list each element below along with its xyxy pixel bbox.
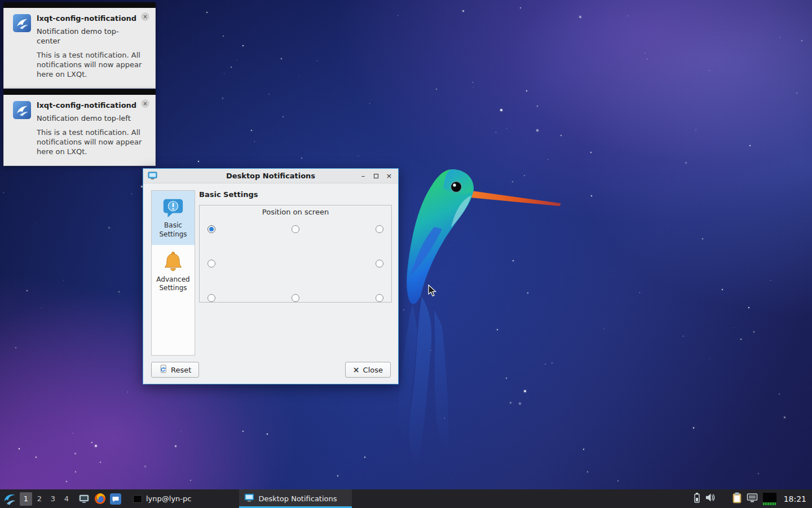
sidebar-item-label: Advanced Settings [153, 275, 193, 294]
settings-sidebar: Basic Settings Advanced Settings [151, 190, 195, 356]
notification-stack: lxqt-config-notificationd Notification d… [3, 3, 156, 167]
notification-top-left: lxqt-config-notificationd Notification d… [3, 89, 156, 166]
volume-tray-icon[interactable] [705, 493, 716, 505]
lxqt-menu-button[interactable] [2, 491, 17, 507]
close-icon[interactable]: × [385, 172, 394, 181]
notification-summary: Notification demo top-left [37, 114, 131, 124]
notification-top-bar [3, 2, 156, 8]
reset-button-label: Reset [171, 366, 191, 374]
sidebar-item-advanced-settings[interactable]: Advanced Settings [152, 245, 195, 299]
notification-text-block: lxqt-config-notificationd Notification d… [37, 14, 148, 80]
notification-summary: Notification demo top-center [37, 27, 131, 46]
system-monitor-graph[interactable] [763, 493, 776, 505]
desktop-background: lxqt-config-notificationd Notification d… [0, 0, 812, 508]
lxqt-logo-icon [3, 492, 16, 506]
radio-position-bottom-right[interactable] [376, 294, 383, 302]
lxqt-notification-app-icon [13, 14, 31, 32]
radio-position-bottom-center[interactable] [292, 294, 299, 302]
dialog-footer: Reset × Close [151, 362, 391, 378]
dialog-body: Basic Settings Advanced Settings Basic S… [143, 183, 398, 384]
notification-app-name: lxqt-config-notificationd [37, 14, 148, 23]
clipboard-tray-icon[interactable] [732, 492, 742, 506]
mouse-cursor [427, 284, 439, 297]
notification-body: This is a test notification. All notific… [37, 51, 148, 80]
radio-position-top-center[interactable] [292, 225, 299, 233]
terminal-window-icon [133, 495, 142, 503]
notification-text-block: lxqt-config-notificationd Notification d… [37, 101, 148, 157]
lxqt-notification-app-icon [13, 101, 31, 119]
close-button-icon: × [353, 366, 360, 374]
notification-top-bar [3, 89, 156, 95]
advanced-settings-bell-icon [161, 250, 185, 274]
radio-position-top-right[interactable] [376, 225, 383, 233]
task-button-terminal[interactable]: lynp@lyn-pc [128, 489, 196, 508]
radio-row-bottom [208, 294, 383, 302]
display-tray-icon[interactable] [747, 493, 758, 505]
sidebar-item-basic-settings[interactable]: Basic Settings [152, 191, 195, 245]
sidebar-item-label: Basic Settings [153, 221, 193, 239]
desktop-notifications-task-icon [244, 493, 254, 504]
hummingbird-wallpaper-art [388, 161, 568, 478]
firefox-launcher[interactable] [92, 491, 108, 507]
file-manager-launcher[interactable] [76, 491, 92, 507]
firefox-icon [94, 493, 106, 505]
restore-icon[interactable] [372, 172, 381, 181]
close-button[interactable]: × Close [345, 362, 391, 378]
reset-button[interactable]: Reset [151, 362, 199, 378]
workspace-button-2[interactable]: 2 [33, 492, 46, 506]
basic-settings-bubble-icon [161, 196, 185, 220]
position-groupbox: Position on screen [199, 205, 392, 303]
radio-position-middle-left[interactable] [208, 260, 215, 268]
notification-top-center: lxqt-config-notificationd Notification d… [3, 2, 156, 89]
monitor-icon [78, 493, 90, 505]
notification-app-name: lxqt-config-notificationd [37, 101, 148, 110]
reset-icon [159, 365, 167, 375]
chat-launcher[interactable] [108, 491, 123, 507]
close-button-label: Close [363, 366, 383, 374]
workspace-button-1[interactable]: 1 [20, 492, 32, 506]
workspace-pager: 1 2 3 4 [20, 492, 73, 506]
chat-bubble-icon [110, 493, 121, 505]
taskbar: 1 2 3 4 lyn [0, 489, 812, 508]
page-heading: Basic Settings [199, 190, 392, 199]
settings-content: Basic Settings Position on screen [199, 190, 392, 303]
radio-row-top [208, 225, 383, 233]
notification-body: This is a test notification. All notific… [37, 128, 148, 157]
radio-position-middle-right[interactable] [376, 260, 383, 268]
clock[interactable]: 18:21 [784, 494, 806, 503]
workspace-button-3[interactable]: 3 [47, 492, 59, 506]
workspace-button-4[interactable]: 4 [60, 492, 73, 506]
task-button-desktop-notifications[interactable]: Desktop Notifications [239, 489, 352, 508]
system-tray: 18:21 [694, 492, 812, 506]
task-button-label: lynp@lyn-pc [146, 494, 191, 503]
notification-close-icon[interactable]: × [141, 12, 149, 21]
battery-tray-icon[interactable] [694, 493, 700, 505]
desktop-notifications-window: Desktop Notifications – × [143, 168, 399, 384]
notification-close-icon[interactable]: × [141, 99, 149, 108]
dialog-titlebar[interactable]: Desktop Notifications – × [143, 169, 398, 183]
radio-position-top-left[interactable] [208, 225, 215, 233]
radio-position-bottom-left[interactable] [208, 294, 215, 302]
groupbox-title: Position on screen [208, 208, 383, 216]
task-button-label: Desktop Notifications [258, 494, 337, 503]
window-controls: – × [359, 172, 394, 181]
radio-row-middle [208, 260, 383, 268]
minimize-icon[interactable]: – [359, 172, 368, 181]
